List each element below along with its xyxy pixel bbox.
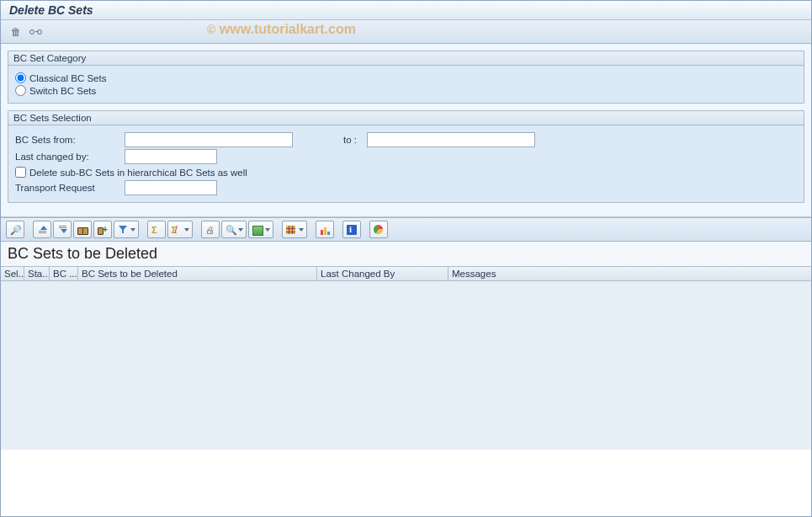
print-button[interactable]: [201, 221, 220, 238]
bc-sets-from-input[interactable]: [125, 132, 293, 147]
spreadsheet-icon: [252, 225, 263, 235]
alv-toolbar: [1, 217, 811, 242]
sigma-slash-icon: [172, 225, 182, 235]
funnel-icon: [118, 225, 128, 235]
detail-icon: [10, 225, 20, 235]
grid-header: Sel.. Sta.. BC ... BC Sets to be Deleted…: [1, 266, 811, 281]
binoculars-icon: [77, 225, 88, 235]
sort-asc-icon: [37, 225, 47, 235]
radio-classical[interactable]: [15, 72, 26, 83]
chart-icon: [320, 225, 330, 235]
group-bc-category: BC Set Category Classical BC Sets Switch…: [8, 51, 804, 104]
export-button[interactable]: [248, 221, 273, 238]
glasses-icon: [29, 27, 44, 37]
col-changed[interactable]: Last Changed By: [317, 267, 448, 280]
delete-button[interactable]: [8, 24, 24, 40]
transport-request-input[interactable]: [125, 180, 217, 195]
subtotal-button[interactable]: [167, 221, 193, 238]
col-messages[interactable]: Messages: [448, 267, 575, 280]
radio-classical-label[interactable]: Classical BC Sets: [29, 73, 106, 83]
radio-switch[interactable]: [15, 85, 26, 96]
group-bc-selection-title: BC Sets Selection: [8, 111, 804, 125]
layout-button[interactable]: [282, 221, 307, 238]
status-circle-icon: [374, 225, 384, 235]
last-changed-by-input[interactable]: [125, 149, 217, 164]
col-sel[interactable]: Sel..: [1, 267, 24, 280]
view-button[interactable]: [221, 221, 247, 238]
display-button[interactable]: [28, 24, 45, 40]
info-button[interactable]: [342, 221, 361, 238]
last-changed-label: Last changed by:: [15, 152, 125, 162]
sort-desc-button[interactable]: [53, 221, 72, 238]
grid-body[interactable]: [1, 281, 811, 450]
print-icon: [205, 225, 215, 235]
radio-switch-label[interactable]: Switch BC Sets: [29, 86, 96, 96]
to-label: to :: [343, 135, 357, 145]
title-text: Delete BC Sets: [9, 3, 93, 17]
find-next-button[interactable]: [93, 221, 112, 238]
grid-title: BC Sets to be Deleted: [1, 242, 811, 266]
magnifier-icon: [226, 225, 236, 235]
sigma-icon: [151, 225, 162, 235]
bc-sets-to-input[interactable]: [367, 132, 535, 147]
graphic-button[interactable]: [316, 221, 334, 238]
app-toolbar: © © www.tutorialkart.comwww.tutorialkart…: [1, 20, 811, 44]
group-bc-category-title: BC Set Category: [8, 51, 804, 66]
watermark: © © www.tutorialkart.comwww.tutorialkart…: [207, 22, 356, 37]
col-bc[interactable]: BC ...: [50, 267, 78, 280]
col-desc[interactable]: BC Sets to be Deleted: [78, 267, 317, 280]
total-button[interactable]: [147, 221, 166, 238]
find-button[interactable]: [73, 221, 92, 238]
sort-asc-button[interactable]: [33, 221, 51, 238]
window-title: Delete BC Sets: [1, 1, 811, 20]
details-button[interactable]: [6, 221, 24, 238]
grid-icon: [286, 225, 296, 235]
selection-screen: BC Set Category Classical BC Sets Switch…: [1, 44, 811, 217]
transport-label: Transport Request: [15, 183, 125, 193]
legend-button[interactable]: [369, 221, 388, 238]
info-icon: [347, 225, 357, 235]
delete-sub-label[interactable]: Delete sub-BC Sets in hierarchical BC Se…: [29, 168, 247, 178]
delete-sub-checkbox[interactable]: [15, 167, 26, 178]
col-status[interactable]: Sta..: [24, 267, 50, 280]
trash-icon: [11, 26, 21, 38]
filter-button[interactable]: [114, 221, 139, 238]
group-bc-selection: BC Sets Selection BC Sets from: to : Las…: [8, 110, 804, 203]
from-label: BC Sets from:: [15, 135, 125, 145]
sort-desc-icon: [57, 225, 67, 235]
binoculars-plus-icon: [98, 225, 108, 235]
